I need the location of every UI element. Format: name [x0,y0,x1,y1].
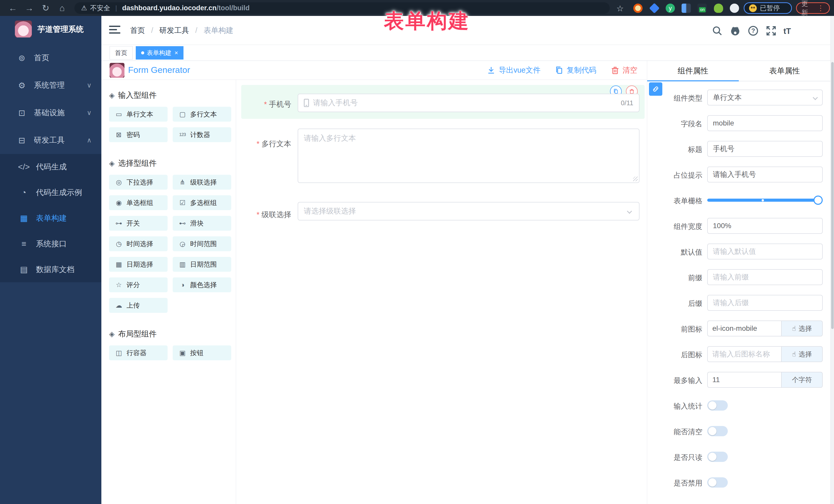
sidebar-subitem[interactable]: ≡ 系统接口 [0,231,101,257]
bookmark-star-icon[interactable]: ☆ [616,4,624,13]
font-size-icon[interactable]: tT [784,27,795,38]
fullscreen-icon[interactable] [766,25,777,37]
extension-icon[interactable] [714,4,723,13]
sidebar-subitem[interactable]: ▤ 数据库文档 [0,257,101,282]
prop-input[interactable]: 请输入后图标名称 [707,346,781,362]
component-pill[interactable]: ⊷ 滑块 [173,216,231,231]
icon-select-button[interactable]: ☝ 选择 [781,346,823,362]
tab-form-props[interactable]: 表单属性 [739,61,830,81]
component-pill[interactable]: ◶ 时间范围 [173,236,231,251]
extension-icon[interactable] [698,4,707,13]
field-label: *手机号 [236,99,291,110]
prop-input[interactable]: 11 [707,372,781,388]
components-panel: ◈ 输入型组件 ▭ 单行文本 ▢ 多行文本 ⊠ 密码 123 计数器 ◈ 选择型… [101,80,236,504]
sidebar-item[interactable]: ⚙ 系统管理 ∨ [0,72,101,99]
menu-icon: ◔ [18,188,30,197]
export-vue-button[interactable]: 导出vue文件 [487,65,541,75]
sidebar-toggle-icon[interactable] [109,26,120,36]
not-secure-label[interactable]: 不安全 [90,4,110,13]
cascader-field[interactable]: 请选择级联选择 [298,202,639,220]
extension-icon[interactable] [633,4,642,13]
toggle-switch[interactable] [707,426,728,436]
close-icon[interactable]: × [175,49,178,57]
browser-menu-icon[interactable]: ⋮ [817,4,825,12]
page-scrollbar[interactable] [830,16,834,504]
generator-header: Form Generator 导出vue文件 复制代码 [101,61,647,80]
component-pill[interactable]: ▢ 多行文本 [173,107,231,122]
tag-form-build[interactable]: 表单构建 × [136,46,183,60]
prop-input[interactable]: 请输入后缀 [707,295,823,311]
chevron-icon: ∧ [87,136,92,144]
section-icon: ◈ [109,330,115,338]
component-pill[interactable]: ◷ 时间选择 [109,236,168,251]
component-pill[interactable]: ◑ 颜色选择 [173,278,231,292]
chrome-update-button[interactable]: 更新 ⋮ [796,2,830,14]
textarea-field[interactable]: 请输入多行文本 [298,129,639,183]
prop-input[interactable]: mobile [707,115,823,131]
prop-select[interactable]: 单行文本 [707,90,823,106]
component-pill[interactable]: ⊶ 开关 [109,216,168,231]
prop-input[interactable]: 手机号 [707,141,823,157]
tag-home[interactable]: 首页 [110,46,133,60]
component-pill[interactable]: ☆ 评分 [109,278,168,292]
sidebar-item[interactable]: ⊚ 首页 [0,44,101,72]
slider-handle[interactable] [813,196,823,205]
breadcrumb-home[interactable]: 首页 [130,25,145,36]
help-icon[interactable]: ? [748,25,759,37]
copy-code-button[interactable]: 复制代码 [555,65,596,75]
toggle-switch[interactable] [707,452,728,462]
component-pill[interactable]: ◎ 下拉选择 [109,175,168,190]
url-bar[interactable]: ⚠ 不安全 | dashboard.yudao.iocoder.cn /tool… [74,2,610,14]
component-pill[interactable]: 123 计数器 [173,127,231,142]
component-icon: 123 [178,132,186,137]
component-pill[interactable]: ◫ 行容器 [109,345,168,360]
sidebar-subitem[interactable]: ◔ 代码生成示例 [0,180,101,205]
sidebar-subitem[interactable]: ▦ 表单构建 [0,205,101,231]
extension-icon[interactable] [649,3,660,14]
section-icon: ◈ [109,159,115,168]
section-icon: ◈ [109,91,115,100]
component-pill[interactable]: ▭ 单行文本 [109,107,168,122]
prop-input[interactable]: 请输入手机号 [707,167,823,182]
breadcrumb-tools[interactable]: 研发工具 [159,25,189,36]
prop-input[interactable]: el-icon-mobile [707,321,781,336]
unit-suffix: 个字符 [781,372,823,388]
tab-component-props[interactable]: 组件属性 [647,61,739,81]
component-pill[interactable]: ⋔ 级联选择 [173,175,231,190]
prop-input[interactable]: 100% [707,218,823,234]
sidebar-subitem[interactable]: </> 代码生成 [0,154,101,180]
scrollbar-thumb[interactable] [831,62,834,329]
form-grid-slider[interactable] [707,192,823,208]
component-pill[interactable]: ☑ 多选框组 [173,195,231,210]
prop-input[interactable]: 请输入默认值 [707,243,823,259]
form-canvas[interactable]: *手机号 请输入手机号 0/11 *多行文本 请输入多行文本 *级联选择 请选择… [236,80,647,504]
component-pill[interactable]: ▦ 日期选择 [109,257,168,272]
extension-icon[interactable] [682,4,691,13]
sidebar-item[interactable]: ⊟ 研发工具 ∧ [0,127,101,154]
home-icon[interactable]: ⌂ [54,0,70,16]
reload-icon[interactable]: ↻ [38,0,54,16]
back-icon[interactable]: ← [5,0,21,16]
sidebar-item[interactable]: ⊡ 基础设施 ∨ [0,99,101,127]
github-icon[interactable] [729,25,741,37]
chevron-down-icon [627,209,632,214]
icon-select-button[interactable]: ☝ 选择 [781,321,823,336]
extensions-puzzle-icon[interactable] [730,4,739,13]
profile-paused-badge[interactable]: 已暂停 [744,2,792,14]
forward-icon[interactable]: → [21,0,38,16]
component-pill[interactable]: ◉ 单选框组 [109,195,168,210]
extension-icon[interactable]: y [666,4,675,13]
prop-input[interactable]: 请输入前缀 [707,269,823,285]
toggle-switch[interactable] [707,400,728,411]
component-pill[interactable]: ▥ 日期范围 [173,257,231,272]
toggle-switch[interactable] [707,477,728,487]
component-icon: ⋔ [178,178,186,186]
sidebar: 芋道管理系统 ⊚ 首页 ⚙ 系统管理 ∨ ⊡ 基础设施 ∨ ⊟ 研发工具 ∧ <… [0,16,101,504]
component-pill[interactable]: ☁ 上传 [109,298,168,313]
search-icon[interactable] [711,25,723,37]
component-pill[interactable]: ⊠ 密码 [109,127,168,142]
prop-row: 占位提示 请输入手机号 [647,162,830,187]
component-pill[interactable]: ▣ 按钮 [173,345,231,360]
mobile-input[interactable]: 请输入手机号 0/11 [298,94,639,112]
clear-button[interactable]: 清空 [611,65,637,75]
